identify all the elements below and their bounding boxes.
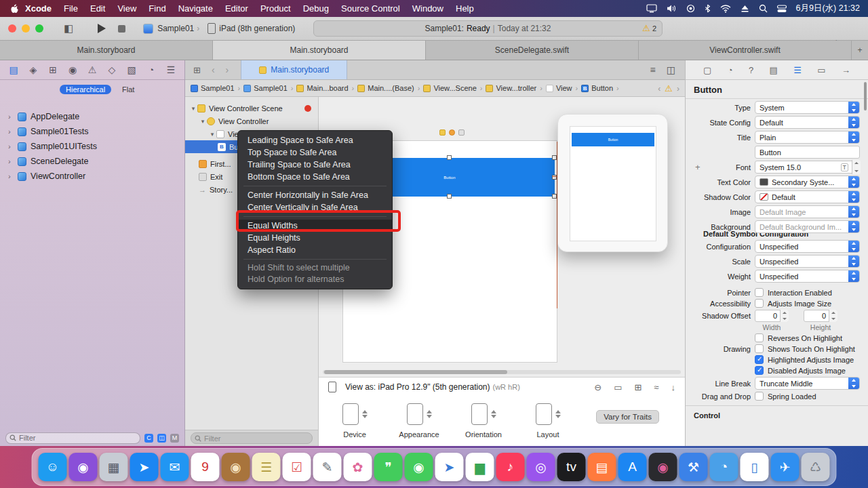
control-center-icon[interactable] <box>777 5 787 13</box>
background-popup[interactable]: Default Background Im... <box>755 220 860 233</box>
dock-app-icon[interactable]: ◉ <box>222 453 250 481</box>
interaction-enabled-checkbox[interactable] <box>755 288 764 297</box>
scene-dock-vc-icon[interactable] <box>439 129 446 136</box>
menu-bar-item[interactable]: Edit <box>90 3 105 14</box>
scene-dock-exit-icon[interactable] <box>458 129 465 136</box>
issue-navigator-icon[interactable]: ⚠ <box>85 64 99 75</box>
flat-toggle[interactable]: Flat <box>122 85 134 94</box>
zoom-out-icon[interactable]: ⊖ <box>594 382 601 392</box>
orientation-control[interactable]: Orientation <box>460 403 507 439</box>
menu-bar-item[interactable]: Help <box>456 3 474 14</box>
dock-app-icon[interactable]: 9 <box>191 453 220 481</box>
dock-app-icon[interactable]: ▆ <box>466 453 494 481</box>
disclosure-chevron-icon[interactable]: ▾ <box>199 118 207 125</box>
stepper-icon[interactable] <box>491 407 496 421</box>
menu-item-leading-space[interactable]: Leading Space to Safe Area <box>238 134 392 146</box>
dock-app-icon[interactable]: ◉ <box>69 453 98 481</box>
dock-app-icon[interactable]: ✈ <box>771 453 800 481</box>
weight-popup[interactable]: Unspecified <box>755 270 860 283</box>
dock-app-icon[interactable]: ✿ <box>344 453 372 481</box>
highlighted-adjusts-image-checkbox[interactable] <box>755 355 764 364</box>
scale-popup[interactable]: Unspecified <box>755 255 860 268</box>
forward-button[interactable]: › <box>226 64 229 75</box>
menu-item-top-space[interactable]: Top Space to Safe Area <box>238 146 392 159</box>
scrollbar-thumb[interactable] <box>324 370 507 374</box>
menu-bar-clock[interactable]: 6月9日(水) 21:32 <box>796 3 860 14</box>
dock-app-icon[interactable]: ✎ <box>313 453 342 481</box>
display-icon[interactable] <box>646 4 657 13</box>
disclosure-chevron-icon[interactable]: › <box>8 157 18 165</box>
stepper-icon[interactable] <box>829 310 837 322</box>
reverses-on-highlight-checkbox[interactable] <box>755 333 764 342</box>
size-inspector-icon[interactable]: ▭ <box>817 65 825 75</box>
menu-bar-item[interactable]: Source Control <box>341 3 400 14</box>
filter-modified-button[interactable]: M <box>170 434 179 443</box>
selection-handle[interactable] <box>552 155 557 160</box>
destination-selector[interactable]: iPad (8th generation) <box>219 24 295 33</box>
navigator-filter-input[interactable]: Filter <box>5 432 140 444</box>
selection-handle[interactable] <box>447 155 452 160</box>
appearance-control[interactable]: Appearance <box>395 403 443 439</box>
dock-app-icon[interactable]: ✉ <box>161 453 189 481</box>
adjusts-image-size-checkbox[interactable] <box>755 299 764 308</box>
outline-row-view-controller[interactable]: ▾ View Controller <box>185 115 318 127</box>
menu-bar-item[interactable]: View <box>117 3 136 14</box>
connections-inspector-icon[interactable]: → <box>842 65 850 75</box>
breadcrumb-item[interactable]: Sample01 <box>243 84 296 92</box>
dock-app-icon[interactable]: A <box>618 453 647 481</box>
image-popup[interactable]: Default Image <box>755 205 860 218</box>
selection-handle[interactable] <box>552 194 557 199</box>
disclosure-chevron-icon[interactable]: › <box>8 142 18 150</box>
navigator-item[interactable]: › AppDelegate <box>0 109 184 124</box>
layout-control[interactable]: Layout <box>524 403 572 439</box>
menu-item-trailing-space[interactable]: Trailing Space to Safe Area <box>238 159 392 171</box>
source-control-icon[interactable]: ◈ <box>26 64 40 75</box>
apple-menu-icon[interactable] <box>9 3 18 14</box>
zoom-window-button[interactable] <box>35 24 43 33</box>
history-inspector-icon[interactable]: ◔ <box>728 65 733 75</box>
disabled-adjusts-image-checkbox[interactable] <box>755 366 764 375</box>
eject-icon[interactable] <box>741 5 749 13</box>
close-window-button[interactable] <box>8 24 16 33</box>
outline-row-scene[interactable]: ▾ View Controller Scene <box>185 102 318 115</box>
dock-app-icon[interactable]: ▤ <box>588 453 616 481</box>
symbol-navigator-icon[interactable]: ⊞ <box>46 64 60 75</box>
breadcrumb-item[interactable]: B Button <box>581 84 622 92</box>
state-config-popup[interactable]: Default <box>755 116 860 129</box>
navigator-item[interactable]: › ViewController <box>0 169 184 184</box>
search-icon[interactable] <box>759 4 768 13</box>
menu-item-equal-heights[interactable]: Equal Heights <box>238 232 392 244</box>
document-tab[interactable]: Main.storyboard <box>241 60 347 79</box>
attributes-inspector-icon[interactable]: ☰ <box>793 65 802 75</box>
menu-item-aspect-ratio[interactable]: Aspect Ratio <box>238 244 392 256</box>
dock-app-icon[interactable]: ☑ <box>283 453 311 481</box>
file-inspector-icon[interactable]: ▢ <box>703 65 711 75</box>
related-items-icon[interactable]: ⊞ <box>193 65 201 75</box>
type-popup[interactable]: System <box>755 101 860 114</box>
menu-bar-item[interactable]: File <box>64 3 78 14</box>
line-break-popup[interactable]: Truncate Middle <box>755 377 860 390</box>
previous-issue-icon[interactable]: ‹ <box>658 84 660 94</box>
breadcrumb-item[interactable]: View...Scene <box>423 84 486 92</box>
warning-icon[interactable]: ⚠ <box>665 83 673 94</box>
scene-dock-first-responder-icon[interactable] <box>449 129 455 136</box>
dock-app-icon[interactable]: ☰ <box>252 453 281 481</box>
device-control[interactable]: Device <box>331 403 378 439</box>
stepper-icon[interactable] <box>427 407 432 421</box>
project-navigator-icon[interactable]: ▤ <box>7 64 20 75</box>
bluetooth-icon[interactable] <box>705 4 711 13</box>
dock-app-icon[interactable]: ⚒ <box>679 453 708 481</box>
menu-bar-item[interactable]: Navigate <box>178 3 213 14</box>
view-as-label[interactable]: View as: iPad Pro 12.9" (5th generation) <box>345 382 490 392</box>
add-editor-icon[interactable]: ◫ <box>667 64 675 75</box>
disclosure-chevron-icon[interactable]: ▾ <box>208 131 216 138</box>
download-icon[interactable]: ↓ <box>671 382 676 392</box>
filter-scm-button[interactable]: ◫ <box>157 434 166 443</box>
shadow-offset-width-field[interactable]: 0 <box>755 310 789 322</box>
dock-app-icon[interactable]: ◎ <box>527 453 555 481</box>
stepper-icon[interactable] <box>852 160 861 174</box>
pin-icon[interactable]: ▭ <box>614 382 622 392</box>
vary-for-traits-button[interactable]: Vary for Traits <box>596 410 659 424</box>
adjust-icon[interactable]: ≈ <box>654 382 658 392</box>
menu-bar-item[interactable]: Debug <box>303 3 329 14</box>
